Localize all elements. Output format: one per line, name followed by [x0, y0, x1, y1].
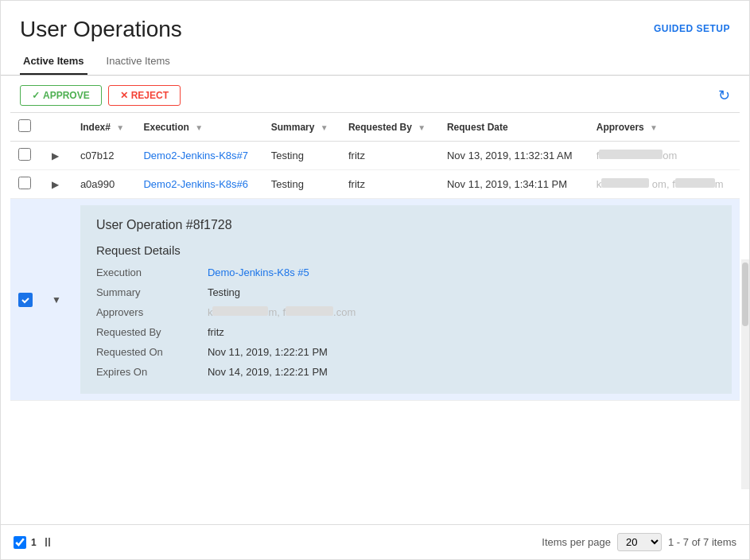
per-page-select[interactable]: 20 50 100	[617, 533, 662, 551]
expanded-title: User Operation #8f1728	[96, 218, 232, 232]
col-approvers: Approvers ▼	[589, 113, 740, 142]
row-checkbox[interactable]	[18, 177, 31, 189]
sort-summary-icon[interactable]: ▼	[321, 123, 328, 132]
detail-label-requested-by: Requested By	[96, 326, 208, 338]
row-checkbox-cell	[10, 170, 41, 199]
footer-left: 1 ⏸	[14, 535, 54, 550]
detail-value-summary: Testing	[208, 286, 716, 298]
row-expander-cell: ▶	[41, 170, 72, 199]
row-execution-link[interactable]: Demo2-Jenkins-K8s#6	[143, 178, 248, 190]
row-execution-link[interactable]: Demo2-Jenkins-K8s#7	[143, 150, 248, 161]
refresh-button[interactable]: ↻	[718, 87, 730, 104]
row-collapse-button[interactable]: ▼	[49, 293, 64, 307]
table-header-row: Index# ▼ Execution ▼ Summary ▼ Requested…	[10, 113, 740, 142]
items-per-page-label: Items per page	[542, 536, 611, 548]
refresh-icon: ↻	[718, 88, 730, 103]
cross-icon: ✕	[120, 90, 128, 101]
detail-grid: Execution Demo-Jenkins-K8s #5 Summary Te…	[96, 266, 716, 378]
reject-button[interactable]: ✕ REJECT	[108, 85, 181, 106]
select-all-checkbox[interactable]	[18, 119, 31, 132]
col-request-date: Request Date	[439, 113, 589, 142]
detail-label-summary: Summary	[96, 286, 208, 298]
toolbar-actions: ✓ APPROVE ✕ REJECT	[20, 85, 181, 106]
row-summary: Testing	[263, 170, 340, 199]
row-index: a0a990	[72, 170, 136, 199]
detail-label-requested-on: Requested On	[96, 346, 208, 358]
row-execution: Demo2-Jenkins-K8s#6	[135, 170, 262, 199]
footer: 1 ⏸ Items per page 20 50 100 1 - 7 of 7 …	[1, 524, 749, 559]
row-checked-indicator[interactable]	[18, 293, 33, 307]
tabs-container: Active Items Inactive Items	[1, 49, 749, 76]
footer-right: Items per page 20 50 100 1 - 7 of 7 item…	[542, 533, 736, 551]
detail-label-execution: Execution	[96, 266, 208, 278]
expanded-detail-cell: User Operation #8f1728 Request Details E…	[72, 199, 740, 401]
row-checkbox-cell	[10, 199, 41, 401]
row-expand-button[interactable]: ▶	[49, 177, 62, 192]
toolbar: ✓ APPROVE ✕ REJECT ↻	[1, 76, 749, 112]
checkmark-icon: ✓	[32, 90, 40, 101]
col-summary: Summary ▼	[263, 113, 340, 142]
footer-select-checkbox[interactable]	[14, 536, 26, 549]
footer-pause-icon[interactable]: ⏸	[41, 535, 54, 550]
sort-requested-by-icon[interactable]: ▼	[418, 123, 426, 132]
row-execution: Demo2-Jenkins-K8s#7	[135, 142, 262, 170]
footer-checked-count: 1	[31, 537, 37, 548]
sort-execution-icon[interactable]: ▼	[195, 123, 203, 132]
row-checkbox[interactable]	[18, 148, 31, 161]
row-approvers: k om, fm	[589, 170, 740, 199]
row-requested-by: fritz	[340, 170, 439, 199]
main-page: User Operations GUIDED SETUP Active Item…	[0, 0, 750, 560]
expander-col-header	[41, 113, 72, 142]
sort-index-icon[interactable]: ▼	[116, 123, 124, 132]
detail-value-expires-on: Nov 14, 2019, 1:22:21 PM	[208, 366, 716, 378]
items-table: Index# ▼ Execution ▼ Summary ▼ Requested…	[10, 112, 740, 401]
table-row: ▶ a0a990 Demo2-Jenkins-K8s#6 Testing fri…	[10, 170, 740, 199]
approve-button[interactable]: ✓ APPROVE	[20, 85, 102, 106]
scrollbar[interactable]	[741, 259, 749, 489]
row-requested-by: fritz	[340, 142, 439, 170]
table-container: Index# ▼ Execution ▼ Summary ▼ Requested…	[1, 112, 749, 524]
detail-execution-link[interactable]: Demo-Jenkins-K8s #5	[208, 266, 309, 278]
sort-approvers-icon[interactable]: ▼	[650, 123, 658, 132]
row-expand-button[interactable]: ▶	[49, 149, 62, 163]
expanded-detail: User Operation #8f1728 Request Details E…	[80, 205, 732, 394]
tab-active-items[interactable]: Active Items	[20, 49, 87, 75]
row-collapse-cell: ▼	[41, 199, 72, 401]
page-title: User Operations	[20, 17, 182, 42]
row-index: c07b12	[72, 142, 136, 170]
pagination-info: 1 - 7 of 7 items	[668, 536, 736, 548]
detail-label-expires-on: Expires On	[96, 366, 208, 378]
checkmark-svg	[21, 295, 30, 305]
row-request-date: Nov 13, 2019, 11:32:31 AM	[439, 142, 589, 170]
row-checkbox-cell	[10, 142, 41, 170]
detail-value-execution: Demo-Jenkins-K8s #5	[208, 266, 716, 278]
tab-inactive-items[interactable]: Inactive Items	[103, 49, 173, 75]
detail-value-approvers: km, f.com	[208, 306, 716, 318]
table-row-expanded: ▼ User Operation #8f1728 Request Details…	[10, 199, 740, 401]
col-index: Index# ▼	[72, 113, 136, 142]
col-execution: Execution ▼	[135, 113, 262, 142]
table-row: ▶ c07b12 Demo2-Jenkins-K8s#7 Testing fri…	[10, 142, 740, 170]
detail-section-title: Request Details	[96, 243, 716, 257]
guided-setup-link[interactable]: GUIDED SETUP	[654, 23, 730, 34]
scrollbar-thumb[interactable]	[742, 262, 748, 326]
expanded-header: User Operation #8f1728	[96, 218, 716, 232]
row-summary: Testing	[263, 142, 340, 170]
row-approvers: fom	[589, 142, 740, 170]
col-requested-by: Requested By ▼	[340, 113, 439, 142]
header: User Operations GUIDED SETUP	[1, 1, 749, 49]
select-all-col	[10, 113, 41, 142]
row-expander-cell: ▶	[41, 142, 72, 170]
row-request-date: Nov 11, 2019, 1:34:11 PM	[439, 170, 589, 199]
detail-label-approvers: Approvers	[96, 306, 208, 318]
detail-value-requested-on: Nov 11, 2019, 1:22:21 PM	[208, 346, 716, 358]
detail-value-requested-by: fritz	[208, 326, 716, 338]
